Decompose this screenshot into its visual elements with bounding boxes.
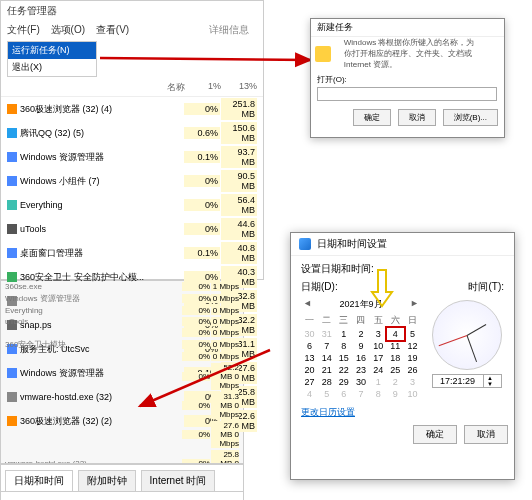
calendar-day[interactable]: 11 [387,340,404,352]
tab-datetime[interactable]: 日期和时间 [5,470,73,491]
calendar-day[interactable]: 1 [370,376,387,388]
calendar-day[interactable]: 9 [352,340,369,352]
tm-tab-details[interactable]: 详细信息 [209,23,249,37]
calendar-day[interactable]: 14 [318,352,335,364]
table-row[interactable]: 腾讯QQ (32) (5)0.6%150.6 MB [1,121,263,145]
calendar-day[interactable]: 10 [404,388,421,400]
calendar-day[interactable]: 1 [335,328,352,340]
calendar-day[interactable]: 12 [404,340,421,352]
datetime-section-label: 设置日期和时间: [301,262,504,276]
table-row[interactable]: Everything0%0 Mbps [1,305,243,316]
calendar-day[interactable]: 7 [352,388,369,400]
calendar-day[interactable]: 5 [404,328,421,340]
task-manager-window: 任务管理器 文件(F) 选项(O) 查看(V) 详细信息 运行新任务(N) 退出… [0,0,264,280]
table-row[interactable]: Windows 资源管理器0.1%93.7 MB [1,145,263,169]
time-input[interactable] [433,375,483,387]
calendar-day[interactable]: 23 [352,364,369,376]
calendar-day[interactable]: 16 [352,352,369,364]
menu-exit[interactable]: 退出(X) [8,59,96,76]
process-icon [7,392,17,402]
table-row[interactable]: vmware-hostd.exe (32)0%25.8 MB 0 Mbps [1,449,243,464]
table-row[interactable]: uTools0%44.6 MB [1,217,263,241]
table-row[interactable]: Everything0%56.4 MB [1,193,263,217]
calendar-day[interactable]: 30 [301,328,318,340]
table-row[interactable]: 桌面窗口管理器0.1%40.8 MB [1,241,263,265]
calendar-day[interactable]: 7 [318,340,335,352]
calendar-day[interactable]: 3 [370,328,387,340]
weekday-header: 五 [370,313,387,328]
menu-run-new-task[interactable]: 运行新任务(N) [8,42,96,59]
calendar-day[interactable]: 4 [387,328,404,340]
calendar-day[interactable]: 3 [404,376,421,388]
calendar-day[interactable]: 4 [301,388,318,400]
table-row[interactable]: 360se.exe0%1 Mbps [1,281,243,292]
change-calendar-link[interactable]: 更改日历设置 [291,406,514,419]
run-cancel-button[interactable]: 取消 [398,109,436,126]
calendar-day[interactable]: 6 [335,388,352,400]
mem-value: 150.6 MB [221,122,257,144]
calendar-day[interactable]: 8 [335,340,352,352]
calendar-day[interactable]: 10 [370,340,387,352]
menu-options[interactable]: 选项(O) [51,24,85,35]
calendar-day[interactable]: 25 [387,364,404,376]
process-name: 360极速浏览器 (32) (2) [20,415,183,428]
calendar-day[interactable]: 5 [318,388,335,400]
menu-view[interactable]: 查看(V) [96,24,129,35]
calendar-day[interactable]: 9 [387,388,404,400]
datetime-settings-title: 日期和时间设置 [291,233,514,256]
calendar-day[interactable]: 6 [301,340,318,352]
process-name: Windows 资源管理器 [20,151,183,164]
calendar-day[interactable]: 27 [301,376,318,388]
calendar-day[interactable]: 15 [335,352,352,364]
mem-value: 90.5 MB [221,170,257,192]
calendar-day[interactable]: 2 [352,328,369,340]
calendar[interactable]: 2021年9月 一二三四五六日 303112345678910111213141… [301,296,421,400]
datetime-ok-button[interactable]: 确定 [413,425,457,444]
calendar-day[interactable]: 22 [335,364,352,376]
col-mem[interactable]: 13% [221,81,257,94]
col-name[interactable]: 名称 [7,81,185,94]
cpu-value: 0% [184,223,220,235]
run-open-input[interactable] [317,87,497,101]
weekday-header: 日 [404,313,421,328]
tm-title: 任务管理器 [1,1,263,21]
calendar-day[interactable]: 28 [318,376,335,388]
calendar-day[interactable]: 30 [352,376,369,388]
calendar-day[interactable]: 26 [404,364,421,376]
calendar-day[interactable]: 31 [318,328,335,340]
weekday-header: 三 [335,313,352,328]
time-spinner[interactable]: ▲▼ [432,374,502,388]
calendar-day[interactable]: 17 [370,352,387,364]
table-row[interactable]: Windows 小组件 (7)0%90.5 MB [1,169,263,193]
calendar-day[interactable]: 19 [404,352,421,364]
run-dialog: 新建任务 Windows 将根据你所键入的名称，为你打开相应的程序、文件夹、文档… [310,18,505,138]
tab-additional-clocks[interactable]: 附加时钟 [78,470,136,492]
calendar-day[interactable]: 2 [387,376,404,388]
cpu-value: 0% [184,199,220,211]
datetime-cancel-button[interactable]: 取消 [464,425,508,444]
calendar-day[interactable]: 24 [370,364,387,376]
table-row[interactable]: uTools0%0 Mbps [1,316,243,327]
run-browse-button[interactable]: 浏览(B)... [443,109,498,126]
table-row[interactable]: 360极速浏览器 (32) (4)0%251.8 MB [1,97,263,121]
col-cpu[interactable]: 1% [185,81,221,94]
run-dialog-icon [315,46,331,62]
weekday-header: 二 [318,313,335,328]
calendar-month[interactable]: 2021年9月 [301,296,421,313]
run-dialog-msg: Windows 将根据你所键入的名称，为你打开相应的程序、文件夹、文档或 Int… [338,37,488,70]
calendar-day[interactable]: 20 [301,364,318,376]
tab-internet-time[interactable]: Internet 时间 [141,470,216,492]
calendar-day[interactable]: 29 [335,376,352,388]
menu-file[interactable]: 文件(F) [7,24,40,35]
process-name: Windows 资源管理器 [20,367,183,380]
datetime-tabs: 日期和时间 附加时钟 Internet 时间 [1,465,243,492]
mem-value: 44.6 MB [221,218,257,240]
calendar-day[interactable]: 13 [301,352,318,364]
run-ok-button[interactable]: 确定 [353,109,391,126]
mem-value: 40.8 MB [221,242,257,264]
calendar-day[interactable]: 18 [387,352,404,364]
time-spin-buttons[interactable]: ▲▼ [483,375,497,387]
calendar-day[interactable]: 21 [318,364,335,376]
calendar-day[interactable]: 8 [370,388,387,400]
process-icon [7,416,17,426]
